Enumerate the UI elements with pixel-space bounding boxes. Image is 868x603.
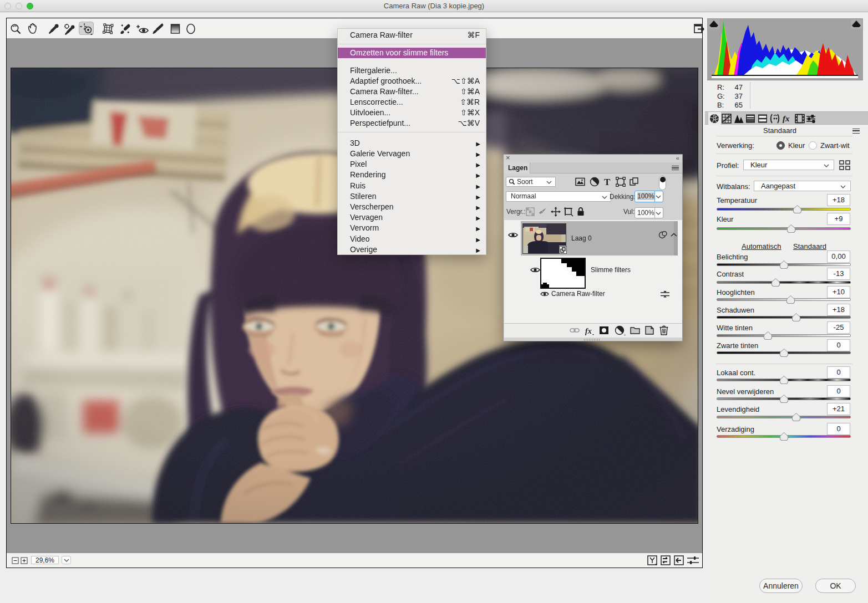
svg-text:fx: fx bbox=[585, 327, 592, 335]
svg-text:T: T bbox=[604, 177, 611, 187]
svg-text:fx: fx bbox=[783, 114, 790, 123]
